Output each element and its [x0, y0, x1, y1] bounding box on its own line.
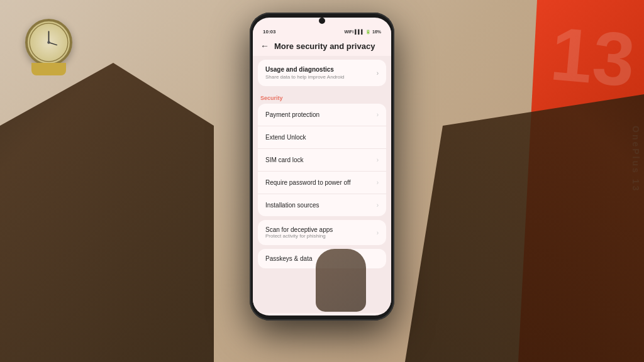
- page-title: More security and privacy: [274, 41, 375, 51]
- wifi-icon: WiFi: [344, 30, 353, 34]
- require-password-label: Require password to power off: [265, 179, 350, 186]
- signal-icon: ▌▌▌: [355, 30, 364, 34]
- usage-diagnostics-chevron: ›: [377, 70, 379, 77]
- extend-unlock-label: Extend Unlock: [265, 134, 306, 141]
- installation-sources-item[interactable]: Installation sources ›: [258, 194, 386, 216]
- usage-diagnostics-subtitle: Share data to help improve Android: [265, 74, 344, 80]
- security-section-label: Security: [253, 90, 391, 104]
- scan-deceptive-chevron: ›: [377, 229, 379, 236]
- payment-protection-label: Payment protection: [265, 111, 319, 118]
- camera-hole: [319, 18, 325, 24]
- page-header: ← More security and privacy: [253, 36, 391, 56]
- require-password-chevron: ›: [377, 179, 379, 186]
- sim-card-lock-item[interactable]: SIM card lock ›: [258, 149, 386, 172]
- battery-percent: 16%: [372, 30, 381, 34]
- usage-diagnostics-item[interactable]: Usage and diagnostics Share data to help…: [258, 60, 386, 86]
- status-time: 10:03: [263, 29, 275, 35]
- status-icons: WiFi ▌▌▌ 🔋 16%: [344, 30, 381, 35]
- usage-diagnostics-title: Usage and diagnostics: [265, 66, 344, 73]
- scan-deceptive-title: Scan for deceptive apps: [265, 226, 333, 233]
- require-password-item[interactable]: Require password to power off ›: [258, 172, 386, 194]
- battery-icon: 🔋: [365, 30, 371, 35]
- payment-protection-item[interactable]: Payment protection ›: [258, 104, 386, 126]
- payment-protection-chevron: ›: [377, 111, 379, 118]
- scan-deceptive-subtitle: Protect activity for phishing: [265, 233, 333, 239]
- passkeys-label: Passkeys & data: [265, 255, 312, 262]
- security-settings-list: Payment protection › Extend Unlock SIM c…: [258, 104, 386, 216]
- clock-decoration: [19, 6, 82, 75]
- back-button[interactable]: ←: [260, 41, 269, 51]
- scan-deceptive-apps-item[interactable]: Scan for deceptive apps Protect activity…: [258, 220, 386, 245]
- clock-body: [25, 19, 72, 66]
- finger-overlay: [316, 249, 366, 312]
- extend-unlock-item[interactable]: Extend Unlock: [258, 126, 386, 149]
- installation-sources-chevron: ›: [377, 202, 379, 209]
- box-number: 13: [548, 15, 638, 97]
- svg-point-3: [47, 41, 50, 43]
- sim-card-lock-chevron: ›: [377, 156, 379, 163]
- clock-base: [31, 63, 66, 75]
- status-bar: 10:03 WiFi ▌▌▌ 🔋 16%: [253, 25, 391, 36]
- sim-card-lock-label: SIM card lock: [265, 156, 304, 163]
- installation-sources-label: Installation sources: [265, 202, 319, 209]
